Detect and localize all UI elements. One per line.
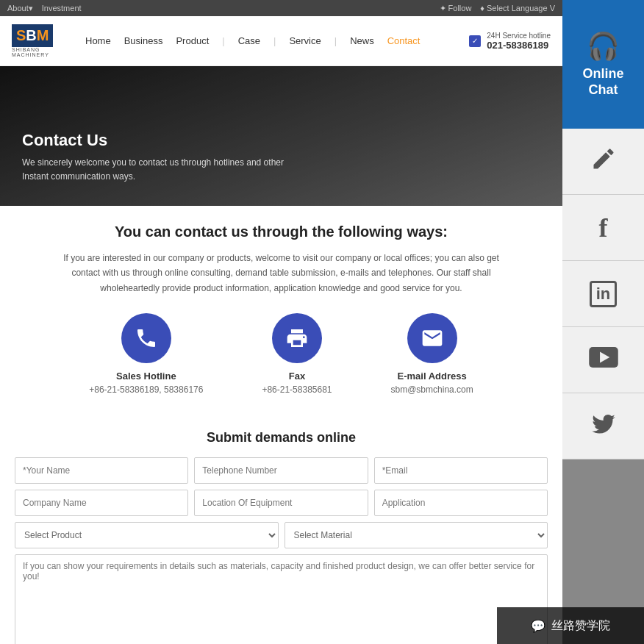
nav-news[interactable]: News <box>350 35 374 46</box>
investment-link[interactable]: Investment <box>42 4 82 13</box>
facebook-panel[interactable]: f <box>562 195 644 261</box>
linkedin-panel[interactable]: in <box>562 261 644 327</box>
right-sidebar: 🎧 OnlineChat f in <box>562 0 644 644</box>
nav-service[interactable]: Service <box>289 35 321 46</box>
nav-contact[interactable]: Contact <box>387 35 421 46</box>
fax-item: Fax +86-21-58385681 <box>262 313 332 395</box>
contact-description: If you are interested in our company or … <box>54 251 509 296</box>
email-item: E-mail Address sbm@sbmchina.com <box>391 313 473 395</box>
sales-hotline-value: +86-21-58386189, 58386176 <box>89 384 203 395</box>
top-bar-left: About▾ Investment <box>7 4 82 13</box>
twitter-icon <box>590 410 617 443</box>
telephone-input[interactable] <box>194 457 368 484</box>
requirements-textarea[interactable] <box>15 554 548 644</box>
hotline-info: 24H Service hotline 021-58386189 <box>487 32 551 51</box>
email-label: E-mail Address <box>398 371 467 382</box>
edit-panel[interactable] <box>562 129 644 195</box>
application-input[interactable] <box>374 490 548 516</box>
contact-section: You can contact us through the following… <box>0 206 562 418</box>
youtube-icon <box>589 346 618 373</box>
form-row-3: Select Product Select Material <box>15 522 548 548</box>
online-chat-label: OnlineChat <box>582 66 623 98</box>
fax-icon <box>272 313 322 363</box>
hotline-label: 24H Service hotline <box>487 32 551 40</box>
headset-icon: 🎧 <box>587 31 620 62</box>
email-icon <box>407 313 457 363</box>
youtube-panel[interactable] <box>562 327 644 393</box>
linkedin-icon: in <box>590 281 618 307</box>
form-section: Submit demands online Select Product Sel… <box>0 418 562 644</box>
nav-links: Home Business Product | Case | Service |… <box>85 35 469 46</box>
hotline-number: 021-58386189 <box>487 40 548 51</box>
about-link[interactable]: About▾ <box>7 4 33 13</box>
sales-hotline-item: Sales Hotline +86-21-58386189, 58386176 <box>89 313 203 395</box>
main-page: About▾ Investment ✦ Follow ♦ Select Lang… <box>0 0 562 644</box>
nav-business[interactable]: Business <box>124 35 163 46</box>
follow-link[interactable]: ✦ Follow <box>440 4 472 13</box>
hero-title: Contact Us <box>22 131 284 150</box>
hero-subtitle: We sincerely welcome you to contact us t… <box>22 156 284 184</box>
facebook-icon: f <box>599 212 608 243</box>
logo-subtitle: SHIBANG MACHINERY <box>12 47 71 57</box>
contact-icons-row: Sales Hotline +86-21-58386189, 58386176 … <box>15 313 548 395</box>
nav-home[interactable]: Home <box>85 35 111 46</box>
top-bar: About▾ Investment ✦ Follow ♦ Select Lang… <box>0 0 562 16</box>
form-title: Submit demands online <box>15 430 548 446</box>
language-link[interactable]: ♦ Select Language V <box>480 4 555 13</box>
fax-label: Fax <box>289 371 305 382</box>
sales-hotline-label: Sales Hotline <box>116 371 176 382</box>
form-row-2 <box>15 490 548 516</box>
online-chat-panel[interactable]: 🎧 OnlineChat <box>562 0 644 129</box>
email-value: sbm@sbmchina.com <box>391 384 473 395</box>
top-bar-right: ✦ Follow ♦ Select Language V <box>440 4 555 13</box>
fax-value: +86-21-58385681 <box>262 384 332 395</box>
nav-case[interactable]: Case <box>238 35 260 46</box>
phone-icon <box>121 313 171 363</box>
location-input[interactable] <box>194 490 368 516</box>
hotline-check-icon: ✓ <box>469 35 481 47</box>
email-input[interactable] <box>374 457 548 484</box>
wechat-label: 丝路赞学院 <box>551 618 610 634</box>
twitter-panel[interactable] <box>562 393 644 459</box>
form-row-1 <box>15 457 548 484</box>
contact-heading: You can contact us through the following… <box>15 223 548 240</box>
your-name-input[interactable] <box>15 457 188 484</box>
wechat-popup[interactable]: 💬 丝路赞学院 <box>497 607 644 644</box>
wechat-icon: 💬 <box>531 619 545 633</box>
company-name-input[interactable] <box>15 490 188 516</box>
hotline-box: ✓ 24H Service hotline 021-58386189 <box>469 32 551 51</box>
nav-product[interactable]: Product <box>176 35 209 46</box>
hero-section: Contact Us We sincerely welcome you to c… <box>0 66 562 206</box>
nav-bar: SBM SHIBANG MACHINERY Home Business Prod… <box>0 16 562 66</box>
select-material[interactable]: Select Material <box>285 522 548 548</box>
select-product[interactable]: Select Product <box>15 522 279 548</box>
edit-icon <box>590 146 617 178</box>
logo[interactable]: SBM SHIBANG MACHINERY <box>12 24 71 57</box>
hero-text: Contact Us We sincerely welcome you to c… <box>22 131 284 184</box>
